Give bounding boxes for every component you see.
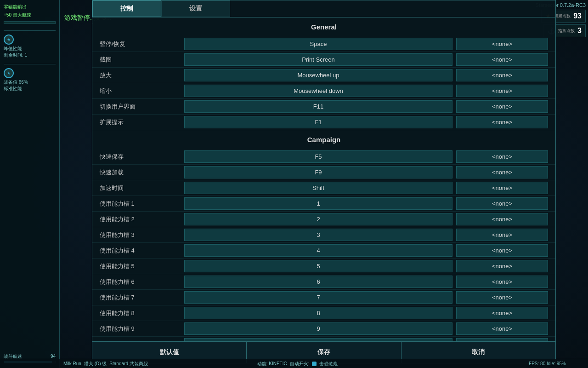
keybind-primary-btn-screenshot[interactable]: Print Screen: [184, 53, 452, 66]
dialog-content[interactable]: General 暂停/恢复 Space <none> 截图 Print Scre…: [92, 17, 555, 341]
keybind-label-ability4: 使用能力槽 4: [100, 247, 182, 255]
keybind-label-toggleui: 切换用户界面: [100, 103, 182, 111]
keybind-primary-zoomin: Mousewheel up: [184, 69, 452, 81]
keybind-row-toggleui: 切换用户界面 F11 <none>: [92, 99, 555, 115]
keybind-label-timewarp: 加速时间: [100, 184, 182, 192]
peak-perf-icon: ★: [4, 34, 14, 45]
keybind-secondary-zoomout: <none>: [456, 85, 548, 97]
keybind-row-pause: 暂停/恢复 Space <none>: [92, 36, 555, 52]
keybind-label-ability2: 使用能力槽 2: [100, 215, 182, 224]
peak-label: 峰值性能: [4, 46, 56, 52]
keybind-secondary-btn-ability9[interactable]: <none>: [456, 322, 548, 335]
keybind-row-zoomin: 放大 Mousewheel up <none>: [92, 68, 555, 83]
std-label: 标准性能: [4, 86, 56, 92]
keybind-secondary-pause: <none>: [456, 38, 548, 50]
left-hud-panel: 零辐能输出 +50 最大航速 ★ 峰值性能 剩余时间: 1 ★ 战备值 66% …: [0, 0, 60, 368]
keybind-primary-btn-toggleui[interactable]: F11: [184, 100, 452, 113]
keybind-secondary-btn-ability3[interactable]: <none>: [456, 229, 548, 241]
keybind-primary-btn-zoomin[interactable]: Mousewheel up: [184, 69, 452, 81]
keybind-secondary-btn-quicksave[interactable]: <none>: [456, 150, 548, 163]
section-campaign-header: Campaign: [92, 130, 555, 149]
keybind-primary-btn-ability8[interactable]: 8: [184, 307, 452, 319]
autofire-label: 自动开火:: [290, 361, 310, 367]
status-bar: Milk Run 猎犬 (D) 级 Standard 武装商舰 动能: KINE…: [0, 359, 588, 368]
keybind-primary-btn-ability1[interactable]: 1: [184, 197, 452, 210]
keybind-primary-btn-ability7[interactable]: 7: [184, 291, 452, 304]
keybind-secondary-btn-ability7[interactable]: <none>: [456, 291, 548, 304]
keybind-secondary-btn-zoomout[interactable]: <none>: [456, 85, 548, 97]
keybind-primary-btn-ability10[interactable]: 0: [184, 338, 452, 341]
keybind-secondary-btn-zoomin[interactable]: <none>: [456, 69, 548, 81]
keybind-secondary-btn-ability5[interactable]: <none>: [456, 260, 548, 272]
keybind-primary-btn-pause[interactable]: Space: [184, 38, 452, 50]
keybind-row-ability8: 使用能力槽 8 8 <none>: [92, 305, 555, 321]
keybind-row-quicksave: 快速保存 F5 <none>: [92, 149, 555, 165]
keybind-primary-screenshot: Print Screen: [184, 53, 452, 66]
keybind-secondary-zoomin: <none>: [456, 69, 548, 81]
keybind-secondary-btn-quickload[interactable]: <none>: [456, 166, 548, 178]
keybind-primary-btn-ability3[interactable]: 3: [184, 229, 452, 241]
keybind-label-quicksave: 快速保存: [100, 153, 182, 161]
fps-counter: FPS: 80 Idle: 95%: [529, 361, 566, 366]
keybind-row-ability1: 使用能力槽 1 1 <none>: [92, 196, 555, 212]
keybind-label-ability7: 使用能力槽 7: [100, 293, 182, 302]
keybind-primary-btn-quickload[interactable]: F9: [184, 166, 452, 178]
keybind-primary-btn-ability9[interactable]: 9: [184, 322, 452, 335]
keybind-primary-btn-ability5[interactable]: 5: [184, 260, 452, 272]
keybind-row-ability4: 使用能力槽 4 4 <none>: [92, 243, 555, 259]
tab-bar: 控制 设置: [92, 0, 555, 17]
keybind-label-zoomout: 缩小: [100, 87, 182, 95]
dialog-overlay: 控制 设置 General 暂停/恢复 Space <none> 截图 Prin…: [60, 0, 588, 368]
keybind-label-ability6: 使用能力槽 6: [100, 278, 182, 286]
keybind-row-expandtips: 扩展提示 F1 <none>: [92, 115, 555, 130]
keybind-primary-btn-expandtips[interactable]: F1: [184, 116, 452, 128]
flux-bonus: +50 最大航速: [4, 12, 56, 18]
keybinds-dialog: 控制 设置 General 暂停/恢复 Space <none> 截图 Prin…: [92, 0, 556, 363]
keybind-primary-btn-zoomout[interactable]: Mousewheel down: [184, 85, 452, 97]
keybind-primary-btn-timewarp[interactable]: Shift: [184, 182, 452, 194]
keybind-label-quickload: 快速加载: [100, 168, 182, 177]
keybind-label-ability5: 使用能力槽 5: [100, 262, 182, 270]
keybind-row-zoomout: 缩小 Mousewheel down <none>: [92, 83, 555, 99]
keybind-primary-btn-ability2[interactable]: 2: [184, 213, 452, 225]
keybind-primary-expandtips: F1: [184, 116, 452, 128]
readiness-label: 战备值 66%: [4, 79, 56, 86]
keybind-row-ability6: 使用能力槽 6 6 <none>: [92, 274, 555, 290]
keybind-secondary-btn-ability6[interactable]: <none>: [456, 276, 548, 288]
keybind-primary-btn-ability4[interactable]: 4: [184, 244, 452, 257]
keybind-row-ability2: 使用能力槽 2 2 <none>: [92, 212, 555, 227]
autofire-indicator: [312, 362, 317, 366]
keybind-secondary-btn-toggleui[interactable]: <none>: [456, 100, 548, 113]
keybind-secondary-btn-ability8[interactable]: <none>: [456, 307, 548, 319]
mission-label: Milk Run: [63, 361, 81, 366]
keybind-secondary-btn-screenshot[interactable]: <none>: [456, 53, 548, 66]
keybind-label-ability3: 使用能力槽 3: [100, 231, 182, 239]
keybind-secondary-btn-ability2[interactable]: <none>: [456, 213, 548, 225]
tab-settings[interactable]: 设置: [161, 0, 230, 17]
keybind-secondary-toggleui: <none>: [456, 100, 548, 113]
keybind-secondary-btn-ability4[interactable]: <none>: [456, 244, 548, 257]
keybind-primary-toggleui: F11: [184, 100, 452, 113]
keybind-secondary-btn-ability1[interactable]: <none>: [456, 197, 548, 210]
keybind-row-ability9: 使用能力槽 9 9 <none>: [92, 321, 555, 337]
keybind-label-ability8: 使用能力槽 8: [100, 309, 182, 317]
keybind-primary-btn-ability6[interactable]: 6: [184, 276, 452, 288]
weapon-type-label: 动能: KINETIC: [257, 361, 287, 367]
keybind-label-ability9: 使用能力槽 9: [100, 325, 182, 333]
weapon-name-label: 击战链炮: [319, 361, 338, 367]
keybind-row-quickload: 快速加载 F9 <none>: [92, 165, 555, 180]
keybind-secondary-expandtips: <none>: [456, 116, 548, 128]
keybind-label-screenshot: 截图: [100, 56, 182, 64]
keybind-secondary-btn-ability10[interactable]: <none>: [456, 338, 548, 341]
keybind-secondary-btn-timewarp[interactable]: <none>: [456, 182, 548, 194]
tab-controls[interactable]: 控制: [92, 0, 161, 17]
keybind-row-screenshot: 截图 Print Screen <none>: [92, 52, 555, 68]
keybind-secondary-btn-expandtips[interactable]: <none>: [456, 116, 548, 128]
keybind-primary-btn-quicksave[interactable]: F5: [184, 150, 452, 163]
keybind-row-ability5: 使用能力槽 5 5 <none>: [92, 259, 555, 274]
keybind-row-timewarp: 加速时间 Shift <none>: [92, 180, 555, 196]
ship-class-label: Standard 武装商舰: [109, 361, 147, 367]
time-label: 剩余时间: 1: [4, 52, 56, 58]
keybind-primary-pause: Space: [184, 38, 452, 50]
keybind-secondary-btn-pause[interactable]: <none>: [456, 38, 548, 50]
